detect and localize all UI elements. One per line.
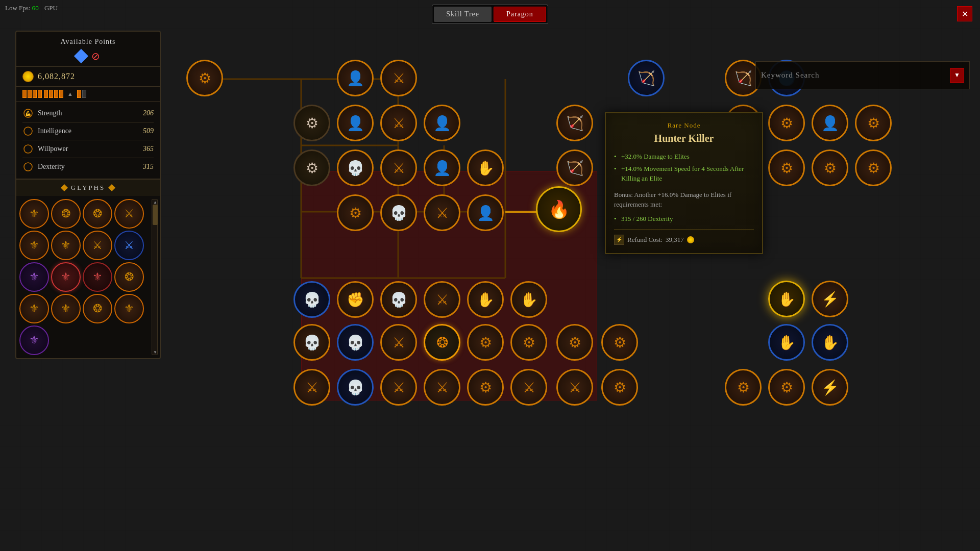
- glyph-item[interactable]: ⚜: [51, 231, 81, 260]
- paragon-node[interactable]: ✋: [768, 324, 805, 361]
- glyph-item[interactable]: ❂: [83, 294, 112, 323]
- paragon-node[interactable]: 🏹: [556, 149, 593, 186]
- node-symbol: 🏹: [734, 70, 752, 87]
- paragon-node[interactable]: ⚙: [293, 149, 330, 186]
- paragon-node[interactable]: ✋: [467, 149, 504, 186]
- node-symbol: 👤: [477, 205, 495, 221]
- paragon-node[interactable]: 👤: [467, 194, 504, 231]
- node-symbol: ⚔: [436, 205, 449, 221]
- paragon-node[interactable]: ⚙: [725, 369, 762, 406]
- glyph-item-active[interactable]: ⚜: [51, 262, 81, 292]
- node-symbol: ⚙: [867, 115, 880, 132]
- stat-divider-3: [22, 158, 154, 158]
- paragon-node[interactable]: ⚙: [337, 194, 374, 231]
- paragon-node[interactable]: 👤: [337, 60, 374, 96]
- paragon-node[interactable]: 💀: [293, 324, 330, 361]
- paragon-node[interactable]: 💀: [337, 149, 374, 186]
- search-dropdown-button[interactable]: ▼: [950, 68, 964, 83]
- stat-bars: ▲: [16, 87, 160, 102]
- node-symbol: ⚔: [436, 379, 449, 396]
- paragon-node[interactable]: 💀: [380, 194, 417, 231]
- paragon-node[interactable]: ⚙: [293, 105, 330, 141]
- paragon-node[interactable]: ✋: [812, 324, 848, 361]
- paragon-node[interactable]: ⚙: [768, 369, 805, 406]
- glyph-item[interactable]: ⚜: [114, 294, 144, 323]
- paragon-node[interactable]: ⚙: [186, 60, 223, 96]
- paragon-node[interactable]: ⚔: [424, 369, 460, 406]
- glyph-item[interactable]: ⚜: [83, 262, 112, 292]
- glyph-item[interactable]: ⚔: [83, 231, 112, 260]
- paragon-node[interactable]: 🏹: [556, 105, 593, 141]
- paragon-node[interactable]: 💀: [337, 324, 374, 361]
- paragon-node[interactable]: ✋: [510, 281, 547, 318]
- paragon-node[interactable]: ⚔: [380, 369, 417, 406]
- paragon-node[interactable]: ⚙: [510, 324, 547, 361]
- paragon-node[interactable]: ⚔: [380, 60, 417, 96]
- paragon-node[interactable]: ⚙: [556, 324, 593, 361]
- paragon-node-highlighted[interactable]: ❂: [424, 324, 460, 361]
- paragon-node[interactable]: 👤: [812, 105, 848, 141]
- paragon-node[interactable]: 👤: [424, 105, 460, 141]
- glyphs-grid: ⚜ ❂ ❂ ⚔ ⚜ ⚜ ⚔: [19, 199, 157, 355]
- paragon-node[interactable]: ✊: [337, 281, 374, 318]
- paragon-node[interactable]: 💀: [337, 369, 374, 406]
- paragon-node[interactable]: 👤: [424, 149, 460, 186]
- paragon-node[interactable]: ⚔: [380, 324, 417, 361]
- node-symbol: 💀: [303, 291, 321, 308]
- paragon-node[interactable]: ⚙: [855, 149, 892, 186]
- glyph-item[interactable]: ⚜: [19, 199, 49, 229]
- glyph-item[interactable]: ⚜: [19, 262, 49, 292]
- glyph-symbol: ❂: [93, 302, 102, 315]
- hunter-killer-node[interactable]: 🔥: [536, 186, 582, 232]
- paragon-node[interactable]: 💀: [293, 281, 330, 318]
- paragon-node[interactable]: 🏹: [628, 60, 665, 96]
- paragon-node[interactable]: ✋: [467, 281, 504, 318]
- paragon-node[interactable]: ⚔: [380, 105, 417, 141]
- strength-label: Strength: [38, 109, 62, 117]
- paragon-node[interactable]: ⚙: [768, 105, 805, 141]
- paragon-node[interactable]: ⚡: [812, 281, 848, 317]
- glyph-item[interactable]: ⚜: [51, 294, 81, 323]
- paragon-node[interactable]: ⚔: [424, 194, 460, 231]
- glyph-item[interactable]: ⚜: [19, 294, 49, 323]
- paragon-node[interactable]: ⚔: [293, 369, 330, 406]
- glyph-item[interactable]: ❂: [83, 199, 112, 229]
- diamond-left-icon: [61, 184, 68, 191]
- paragon-node[interactable]: ⚔: [556, 369, 593, 406]
- paragon-node[interactable]: 👤: [337, 105, 374, 141]
- pip: [77, 90, 81, 98]
- paragon-node[interactable]: ⚔: [424, 281, 460, 318]
- paragon-node[interactable]: ⚙: [467, 324, 504, 361]
- glyph-item[interactable]: ❂: [51, 199, 81, 229]
- paragon-node[interactable]: 💀: [380, 281, 417, 318]
- top-bar: Low Fps: 60 GPU Skill Tree Paragon ✕: [0, 0, 980, 28]
- paragon-node[interactable]: ⚙: [768, 149, 805, 186]
- paragon-node[interactable]: ⚔: [380, 149, 417, 186]
- paragon-node[interactable]: ⚙: [601, 324, 638, 361]
- glyph-item[interactable]: ⚔: [114, 231, 144, 260]
- diamond-right-icon: [108, 184, 115, 191]
- selected-node[interactable]: ✋: [768, 281, 805, 317]
- paragon-node[interactable]: ⚙: [467, 369, 504, 406]
- paragon-node[interactable]: ⚡: [812, 369, 848, 406]
- paragon-node[interactable]: ⚙: [601, 369, 638, 406]
- glyph-item[interactable]: ⚜: [19, 231, 49, 260]
- close-button[interactable]: ✕: [957, 6, 972, 21]
- glyph-item[interactable]: ⚔: [114, 199, 144, 229]
- glyphs-header: GLYPHS: [16, 180, 160, 196]
- paragon-node[interactable]: ⚙: [855, 105, 892, 141]
- paragon-node[interactable]: ⚙: [812, 149, 848, 186]
- paragon-tab[interactable]: Paragon: [494, 7, 546, 22]
- stat-bar-separator: ▲: [65, 91, 75, 97]
- glyph-item[interactable]: ⚜: [19, 325, 49, 355]
- glyphs-title: GLYPHS: [71, 184, 105, 192]
- node-symbol: 👤: [821, 115, 839, 132]
- glyph-symbol: ⚜: [124, 302, 134, 315]
- search-input[interactable]: [761, 71, 946, 80]
- node-symbol: ✋: [477, 291, 495, 308]
- pip: [44, 90, 48, 98]
- node-symbol: ⚔: [393, 70, 405, 87]
- paragon-node[interactable]: ⚔: [510, 369, 547, 406]
- glyph-item[interactable]: ❂: [114, 262, 144, 292]
- skill-tree-tab[interactable]: Skill Tree: [434, 7, 492, 22]
